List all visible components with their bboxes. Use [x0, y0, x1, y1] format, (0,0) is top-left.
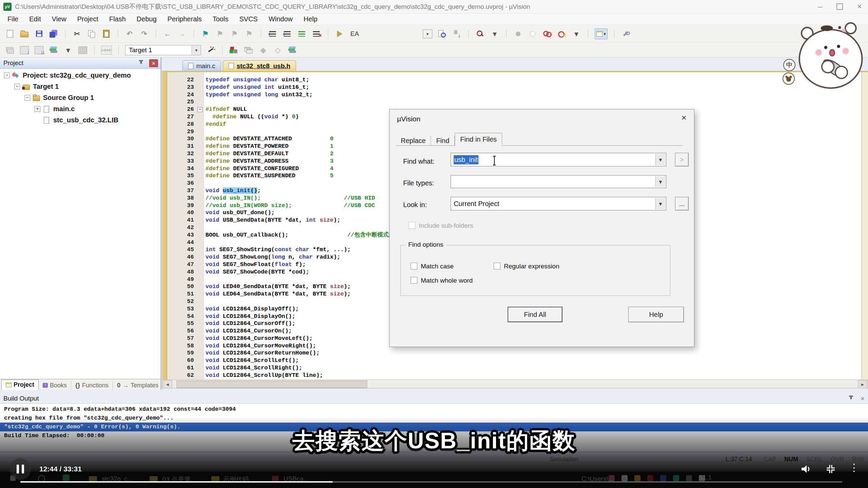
menu-item-flash[interactable]: Flash: [104, 14, 131, 25]
include-subfolders-checkbox[interactable]: [409, 222, 415, 229]
indent-icon[interactable]: [268, 28, 278, 39]
more-options-button[interactable]: >: [675, 153, 689, 166]
open-folder-icon[interactable]: [19, 28, 29, 39]
tree-expander-icon[interactable]: −: [4, 73, 10, 78]
tree-expander-icon[interactable]: −: [24, 95, 30, 101]
taskbar-item-label[interactable]: 03.点亮第...: [162, 475, 196, 484]
target-options-icon[interactable]: [205, 45, 216, 56]
breakpoint-enable-all-icon[interactable]: [542, 28, 552, 39]
build-icon[interactable]: [19, 45, 29, 56]
uncomment-icon[interactable]: [311, 28, 321, 39]
incremental-find-icon[interactable]: [452, 28, 462, 39]
find-what-dropdown-icon[interactable]: ▼: [655, 154, 665, 165]
coverage-icon[interactable]: ◇: [273, 45, 283, 56]
find-in-files-icon[interactable]: [437, 28, 447, 39]
code-line[interactable]: 23typedef unsigned int uint16_t;: [167, 84, 861, 91]
flash-config-icon[interactable]: [335, 28, 345, 39]
debug-session-icon[interactable]: [229, 45, 239, 56]
tree-item[interactable]: stc_usb_cdc_32.LIB: [0, 115, 161, 126]
fold-marker-icon[interactable]: [197, 106, 203, 113]
navigate-back-icon[interactable]: ←: [162, 28, 173, 39]
code-line[interactable]: 60void LCD12864_ScrollLeft();: [167, 357, 861, 364]
more-options-icon[interactable]: ⋮: [849, 462, 859, 473]
code-line[interactable]: 61void LCD12864_ScrollRight();: [167, 364, 861, 372]
tree-item[interactable]: −Target 1: [0, 81, 161, 92]
analysis-icon[interactable]: ◆: [258, 45, 268, 56]
menu-item-edit[interactable]: Edit: [24, 14, 46, 25]
editor-tab-main.c[interactable]: main.c: [182, 60, 221, 71]
menu-item-peripherals[interactable]: Peripherals: [162, 14, 207, 25]
find-what-input[interactable]: usb_init ▼: [451, 153, 666, 166]
menu-item-view[interactable]: View: [46, 14, 72, 25]
options-dropdown-icon[interactable]: ▾: [422, 28, 433, 39]
navigate-forward-icon[interactable]: →: [177, 28, 187, 39]
paste-icon[interactable]: [101, 28, 111, 39]
panel-tab-functions[interactable]: {}Functions: [71, 381, 113, 390]
dialog-close-icon[interactable]: ×: [678, 112, 690, 123]
ea-label[interactable]: EA: [349, 28, 359, 39]
outdent-icon[interactable]: [282, 28, 292, 39]
code-line[interactable]: 24typedef unsigned long uint32_t;: [167, 91, 861, 99]
file-types-dropdown-icon[interactable]: ▼: [655, 176, 665, 187]
menu-item-file[interactable]: File: [2, 14, 24, 25]
look-in-dropdown-icon[interactable]: ▼: [655, 198, 665, 209]
rebuild-icon[interactable]: [34, 45, 44, 56]
find-icon[interactable]: [475, 28, 485, 39]
cut-icon[interactable]: ✂: [72, 28, 82, 39]
menu-item-window[interactable]: Window: [263, 14, 298, 25]
panel-close-icon[interactable]: ×: [149, 59, 158, 67]
batch-dropdown-icon[interactable]: ▾: [63, 45, 73, 56]
breakpoint-icon[interactable]: [513, 28, 523, 39]
save-all-icon[interactable]: [48, 28, 59, 39]
tree-item[interactable]: +main.c: [0, 103, 161, 115]
window-view-icon[interactable]: ▾: [595, 28, 608, 39]
minimize-icon[interactable]: –: [818, 1, 822, 12]
menu-item-tools[interactable]: Tools: [207, 14, 234, 25]
match-case-checkbox[interactable]: [411, 263, 417, 269]
bookmark-next-icon[interactable]: ⚑: [230, 28, 240, 39]
progress-bar[interactable]: [20, 481, 842, 483]
system-viewer-icon[interactable]: [287, 45, 297, 56]
breakpoint-disable-icon[interactable]: [528, 28, 538, 39]
panel-tab-project[interactable]: Project: [1, 380, 39, 390]
scroll-left-icon[interactable]: ◄: [163, 380, 172, 388]
tree-item[interactable]: −Project: stc32g_cdc_query_demo: [0, 70, 161, 81]
target-select[interactable]: Target 1▾: [125, 45, 201, 56]
whole-word-checkbox[interactable]: [411, 277, 417, 284]
editor-tab-stc32_stc8_usb.h[interactable]: stc32_stc8_usb.h: [223, 60, 296, 71]
build-output-line[interactable]: creating hex file from "stc32g_cdc_query…: [0, 414, 868, 423]
new-file-icon[interactable]: [5, 28, 15, 39]
menu-item-project[interactable]: Project: [72, 14, 104, 25]
file-types-input[interactable]: ▼: [451, 175, 666, 188]
pause-button[interactable]: [9, 458, 31, 480]
save-icon[interactable]: [34, 28, 44, 39]
ime-badge[interactable]: 中: [783, 59, 795, 71]
pin-icon[interactable]: [138, 60, 144, 66]
taskbar-item-label[interactable]: 示例代码: [223, 475, 249, 484]
tree-item[interactable]: −Source Group 1: [0, 92, 161, 103]
find-dropdown-icon[interactable]: ▾: [490, 28, 500, 39]
bookmark-prev-icon[interactable]: ⚑: [215, 28, 225, 39]
dialog-tab-replace[interactable]: Replace: [396, 136, 431, 145]
panel-tab-books[interactable]: ?Books: [39, 381, 71, 390]
breakpoint-dropdown-icon[interactable]: ▾: [571, 28, 581, 39]
help-button[interactable]: Help: [628, 307, 684, 322]
taskbar-search-icon[interactable]: [38, 475, 45, 484]
code-line[interactable]: 62void LCD12864_ScrollUp(BYTE line);: [167, 372, 861, 379]
comment-icon[interactable]: [297, 28, 307, 39]
regex-checkbox[interactable]: [494, 263, 500, 269]
build-close-icon[interactable]: ×: [861, 395, 865, 403]
taskbar-clock[interactable]: 51:1: [699, 474, 712, 481]
maximize-icon[interactable]: [836, 3, 843, 10]
download-icon[interactable]: LOAD: [101, 45, 112, 56]
editor-scrollbar-vertical[interactable]: [862, 72, 868, 380]
find-all-button[interactable]: Find All: [508, 307, 563, 322]
close-icon[interactable]: ×: [857, 1, 862, 12]
menu-item-svcs[interactable]: SVCS: [234, 14, 263, 25]
undo-icon[interactable]: ↶: [124, 28, 135, 39]
dialog-tab-find-in-files[interactable]: Find in Files: [455, 133, 502, 146]
tree-expander-icon[interactable]: −: [14, 84, 20, 89]
menu-item-debug[interactable]: Debug: [131, 14, 162, 25]
breakpoint-kill-all-icon[interactable]: [557, 28, 567, 39]
build-output-line[interactable]: Program Size: data=8.3 edata+hdata=306 x…: [0, 405, 868, 414]
